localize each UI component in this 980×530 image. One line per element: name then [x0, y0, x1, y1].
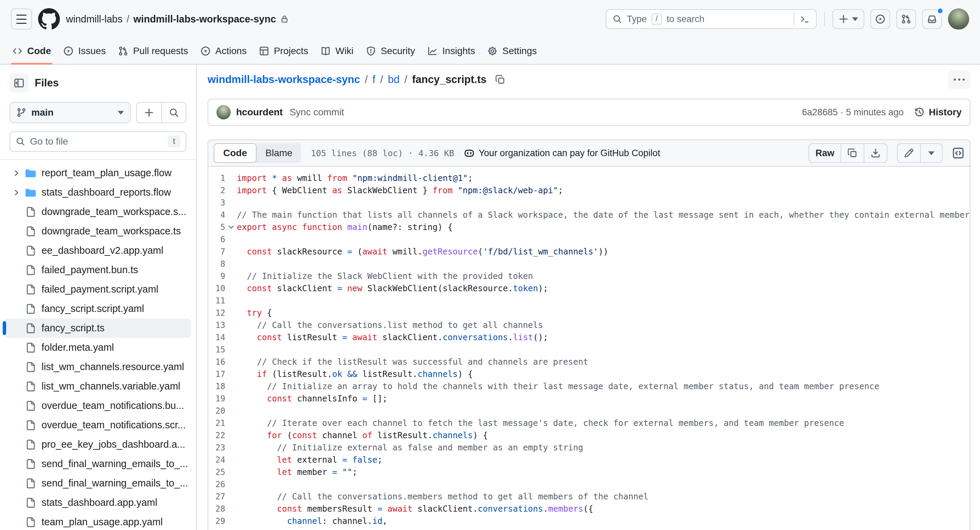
tab-insights[interactable]: Insights — [421, 38, 482, 64]
edit-file-button[interactable] — [898, 144, 920, 162]
code-text: // Initialize an array to hold the chann… — [237, 380, 879, 393]
line-number[interactable]: 26 — [208, 478, 225, 490]
breadcrumb-dir-link[interactable]: bd — [388, 73, 399, 86]
breadcrumb-file-name: fancy_script.ts — [412, 73, 487, 86]
tab-code[interactable]: Code — [6, 38, 57, 64]
tree-row[interactable]: overdue_team_notifications.bu... — [5, 396, 191, 415]
line-number[interactable]: 25 — [208, 466, 225, 478]
tree-row[interactable]: fancy_script.ts — [5, 318, 191, 338]
chevron-right-icon[interactable] — [12, 189, 25, 197]
line-number[interactable]: 15 — [208, 344, 225, 356]
line-number[interactable]: 18 — [208, 380, 225, 393]
tree-row[interactable]: downgrade_team_workspace.s... — [5, 202, 191, 221]
commit-sha-and-time[interactable]: 6a28685 · 5 minutes ago — [802, 107, 904, 118]
line-number[interactable]: 6 — [208, 233, 225, 246]
line-number[interactable]: 11 — [208, 295, 225, 307]
history-button[interactable]: History — [914, 107, 962, 118]
copy-path-button[interactable] — [492, 71, 508, 88]
line-number[interactable]: 17 — [208, 368, 225, 380]
line-number[interactable]: 23 — [208, 441, 225, 454]
search-tree-button[interactable] — [161, 103, 186, 122]
tree-row[interactable]: failed_payment.bun.ts — [5, 260, 191, 279]
tree-row[interactable]: list_wm_channels.variable.yaml — [5, 376, 191, 396]
lock-icon — [280, 14, 289, 24]
line-number[interactable]: 5 — [208, 221, 225, 233]
tree-row[interactable]: overdue_team_notifications.scr... — [5, 415, 191, 435]
add-file-button[interactable] — [137, 103, 161, 122]
repo-name-link[interactable]: windmill-labs-workspace-sync — [134, 14, 276, 25]
file-options-button[interactable] — [948, 70, 970, 89]
tree-row[interactable]: downgrade_team_workspace.ts — [5, 221, 191, 241]
edit-dropdown-button[interactable] — [920, 144, 942, 162]
tree-row[interactable]: stats_dashboard.app.yaml — [5, 493, 191, 512]
tree-row[interactable]: folder.meta.yaml — [5, 338, 191, 357]
tab-actions[interactable]: Actions — [194, 38, 253, 64]
tree-row[interactable]: send_final_warning_emails_to_... — [5, 454, 191, 473]
go-to-file-input[interactable]: Go to file t — [10, 131, 186, 152]
hamburger-menu-button[interactable] — [11, 8, 32, 30]
commit-author[interactable]: hcourdent — [236, 107, 283, 118]
copy-file-button[interactable] — [840, 144, 864, 162]
line-number[interactable]: 1 — [208, 172, 225, 184]
tab-wiki[interactable]: Wiki — [314, 38, 360, 64]
line-number[interactable]: 28 — [208, 503, 225, 515]
command-palette-icon[interactable] — [794, 13, 810, 25]
tab-pull-requests[interactable]: Pull requests — [112, 38, 194, 64]
blame-tab[interactable]: Blame — [256, 143, 301, 163]
line-number[interactable]: 29 — [208, 515, 225, 527]
line-number[interactable]: 19 — [208, 393, 225, 405]
global-search-input[interactable]: Type / to search — [606, 9, 817, 29]
line-number[interactable]: 27 — [208, 490, 225, 503]
tree-row[interactable]: failed_payment.script.yaml — [5, 279, 191, 299]
tree-row[interactable]: fancy_script.script.yaml — [5, 299, 191, 318]
tab-security[interactable]: Security — [360, 38, 421, 64]
line-number[interactable]: 12 — [208, 307, 225, 319]
line-number[interactable]: 8 — [208, 258, 225, 270]
issues-header-button[interactable] — [870, 9, 890, 29]
line-number[interactable]: 2 — [208, 184, 225, 197]
tree-row[interactable]: pro_ee_key_jobs_dashboard.a... — [5, 435, 191, 454]
tree-row[interactable]: ee_dashboard_v2.app.yaml — [5, 241, 191, 260]
user-avatar[interactable] — [948, 8, 969, 30]
line-number[interactable]: 3 — [208, 197, 225, 209]
chevron-right-icon[interactable] — [12, 169, 25, 177]
code-line: 5export async function main(name?: strin… — [208, 221, 970, 233]
line-number[interactable]: 21 — [208, 417, 225, 429]
commit-author-avatar[interactable] — [216, 105, 231, 119]
branch-selector[interactable]: main — [10, 102, 130, 123]
tab-issues[interactable]: Issues — [57, 38, 112, 64]
tab-projects[interactable]: Projects — [253, 38, 314, 64]
line-number[interactable]: 14 — [208, 331, 225, 344]
tree-row[interactable]: send_final_warning_emails_to_... — [5, 473, 191, 493]
commit-message[interactable]: Sync commit — [290, 107, 344, 118]
line-number[interactable]: 22 — [208, 429, 225, 441]
tree-row[interactable]: report_team_plan_usage.flow — [5, 163, 191, 182]
github-logo-icon[interactable] — [38, 8, 60, 30]
tree-row[interactable]: list_wm_channels.resource.yaml — [5, 357, 191, 376]
create-new-button[interactable] — [832, 9, 864, 29]
repo-owner-link[interactable]: windmill-labs — [66, 14, 123, 25]
tree-item-label: list_wm_channels.variable.yaml — [41, 381, 180, 392]
download-button[interactable] — [864, 144, 887, 162]
breadcrumb-dir-link[interactable]: f — [372, 73, 375, 86]
line-number[interactable]: 7 — [208, 246, 225, 258]
line-number[interactable]: 4 — [208, 209, 225, 221]
line-number[interactable]: 13 — [208, 319, 225, 331]
symbols-panel-button[interactable] — [952, 147, 964, 159]
tab-settings[interactable]: Settings — [481, 38, 543, 64]
breadcrumb-repo-link[interactable]: windmill-labs-workspace-sync — [208, 73, 360, 86]
tree-row[interactable]: team_plan_usage.app.yaml — [5, 512, 191, 530]
tree-row[interactable]: stats_dashboard_reports.flow — [5, 182, 191, 202]
fold-chevron-icon[interactable] — [225, 221, 237, 233]
inbox-button[interactable] — [922, 9, 942, 29]
line-number[interactable]: 24 — [208, 454, 225, 466]
code-tab[interactable]: Code — [214, 143, 256, 163]
raw-button[interactable]: Raw — [809, 144, 840, 162]
copilot-banner[interactable]: Your organization can pay for GitHub Cop… — [464, 148, 660, 159]
line-number[interactable]: 10 — [208, 282, 225, 295]
pull-requests-header-button[interactable] — [896, 9, 916, 29]
line-number[interactable]: 16 — [208, 356, 225, 368]
collapse-sidebar-button[interactable] — [10, 73, 29, 92]
line-number[interactable]: 20 — [208, 405, 225, 417]
line-number[interactable]: 9 — [208, 270, 225, 282]
